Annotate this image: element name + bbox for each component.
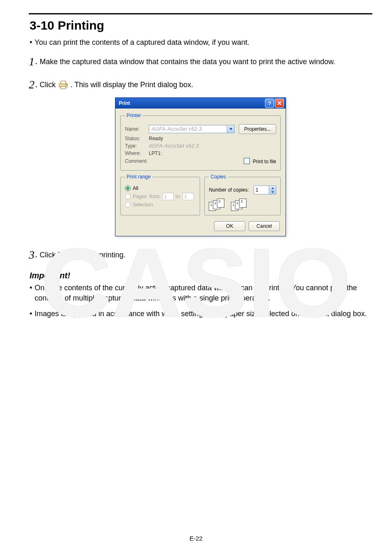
to-input: 1 — [182, 193, 194, 200]
spinner-up-icon[interactable] — [269, 186, 276, 190]
step-2: 2. Click . This will display the Print d… — [29, 76, 372, 93]
type-label: Type: — [125, 143, 149, 149]
intro-bullet: • You can print the contents of a captur… — [30, 37, 372, 47]
sheet-icon: 3 — [217, 199, 224, 208]
range-pages-label: Pages — [133, 194, 147, 199]
printer-group: Printer Name: AGFA-AccuSet v52.3 Propert… — [120, 113, 281, 171]
ok-button[interactable]: OK — [214, 221, 245, 231]
copies-input[interactable]: 1 — [254, 185, 269, 194]
svg-point-5 — [65, 84, 66, 85]
copies-spinner[interactable] — [269, 185, 276, 194]
print-range-group: Print range All Pages from: 1 to: — [120, 174, 200, 215]
where-value: LPT1: — [149, 150, 162, 156]
dropdown-icon[interactable] — [227, 125, 234, 133]
step-3-number: 3 — [29, 246, 35, 264]
intro-text: You can print the contents of a captured… — [35, 37, 249, 47]
spinner-down-icon[interactable] — [269, 190, 276, 194]
print-to-file-label: Print to file — [253, 159, 276, 164]
where-label: Where: — [125, 150, 149, 156]
close-button[interactable] — [275, 99, 284, 108]
status-value: Ready — [149, 136, 163, 141]
from-label: from: — [150, 194, 161, 199]
section-title: 3-10 Printing — [30, 18, 372, 32]
print-to-file-checkbox[interactable] — [244, 158, 250, 164]
step-2-post: . This will display the Print dialog box… — [71, 81, 194, 89]
page-footer: E-22 — [0, 535, 392, 542]
copies-group: Copies Number of copies: 1 — [204, 174, 281, 215]
step-1-text: Make the captured data window that conta… — [40, 58, 335, 66]
step-1: 1. Make the captured data window that co… — [29, 53, 372, 70]
range-selection-label: Selection — [133, 202, 153, 208]
status-label: Status: — [125, 136, 149, 141]
range-pages-option: Pages from: 1 to: 1 — [125, 193, 196, 200]
step-3-text: Click [OK] to start printing. — [40, 251, 126, 259]
copies-legend: Copies — [209, 174, 227, 180]
svg-rect-4 — [61, 86, 66, 89]
comment-label: Comment: — [125, 158, 149, 164]
important-bullet-1: • Only the contents of the currently act… — [30, 283, 372, 303]
important-text-2: Images are printed in accordance with wi… — [35, 309, 367, 319]
type-value: AGFA-AccuSet v52.3 — [149, 143, 199, 149]
collate-illustration: 1 2 3 1 2 3 — [209, 199, 276, 211]
properties-button[interactable]: Properties... — [239, 124, 276, 134]
dialog-titlebar[interactable]: Print ? — [115, 98, 286, 109]
step-1-number: 1 — [29, 53, 35, 70]
printer-name-value: AGFA-AccuSet v52.3 — [152, 126, 202, 132]
print-dialog: Print ? Printer Name: AGFA-AccuSet v52.3 — [115, 97, 286, 236]
printer-legend: Printer — [125, 113, 143, 118]
printer-icon — [58, 80, 69, 89]
printer-name-select[interactable]: AGFA-AccuSet v52.3 — [149, 125, 235, 133]
print-to-file-option[interactable]: Print to file — [244, 158, 276, 164]
range-selection-option: Selection — [125, 202, 196, 208]
dialog-title: Print — [119, 100, 130, 106]
important-text-1: Only the contents of the currently activ… — [35, 283, 372, 303]
cancel-button[interactable]: Cancel — [249, 221, 280, 231]
range-all-option[interactable]: All — [125, 185, 196, 191]
copies-label: Number of copies: — [209, 187, 249, 193]
sheet-icon: 3 — [239, 199, 247, 208]
important-heading: Important! — [30, 271, 372, 280]
name-label: Name: — [125, 126, 149, 132]
radio-all[interactable] — [125, 185, 131, 191]
print-range-legend: Print range — [125, 174, 152, 180]
range-all-label: All — [133, 185, 138, 191]
section-rule — [29, 13, 372, 14]
radio-pages — [125, 194, 131, 199]
radio-selection — [125, 202, 131, 208]
from-input: 1 — [162, 193, 174, 200]
svg-rect-3 — [61, 81, 66, 84]
step-3: 3. Click [OK] to start printing. — [29, 246, 372, 264]
important-bullet-2: • Images are printed in accordance with … — [30, 309, 372, 319]
step-2-pre: Click — [40, 81, 58, 89]
step-2-number: 2 — [29, 76, 35, 93]
help-button[interactable]: ? — [265, 99, 274, 108]
to-label: to: — [175, 194, 181, 199]
